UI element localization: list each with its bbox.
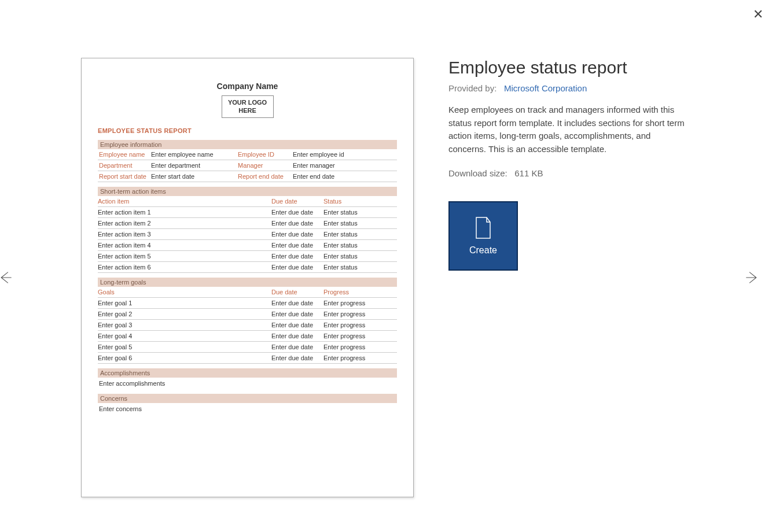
download-size-line: Download size: 611 KB [448,168,686,178]
table-cell: Enter goal 2 [98,309,271,320]
next-template-button[interactable] [741,266,764,289]
table-cell: Enter status [323,229,397,240]
table-cell: Enter due date [271,229,323,240]
info-value: Enter employee name [150,149,237,160]
info-value: Enter start date [150,171,237,182]
table-cell: Enter progress [323,331,397,342]
table-cell: Enter action item 2 [98,218,271,229]
preview-short-header: Short-term action items [98,187,397,196]
info-value: Enter department [150,160,237,171]
preview-short-table: Action itemDue dateStatusEnter action it… [98,196,397,273]
table-column-header: Due date [271,196,323,207]
info-label: Report end date [237,171,292,182]
info-label: Department [98,160,150,171]
table-cell: Enter due date [271,207,323,218]
table-cell: Enter action item 1 [98,207,271,218]
preview-con-text: Enter concerns [98,403,397,415]
table-cell: Enter action item 5 [98,251,271,262]
info-label: Manager [237,160,292,171]
info-value: Enter manager [292,160,397,171]
download-size-label: Download size: [448,168,507,178]
table-cell: Enter due date [271,251,323,262]
table-cell: Enter status [323,262,397,273]
table-cell: Enter due date [271,342,323,353]
template-description: Keep employees on track and managers inf… [448,104,686,156]
table-column-header: Goals [98,287,271,298]
preview-company-name: Company Name [98,82,397,91]
table-cell: Enter due date [271,353,323,364]
table-cell: Enter goal 6 [98,353,271,364]
table-cell: Enter status [323,251,397,262]
preview-info-header: Employee information [98,140,397,149]
table-cell: Enter goal 4 [98,331,271,342]
table-cell: Enter due date [271,298,323,309]
table-cell: Enter due date [271,331,323,342]
table-column-header: Action item [98,196,271,207]
template-title: Employee status report [448,58,686,77]
table-cell: Enter status [323,207,397,218]
table-cell: Enter due date [271,320,323,331]
download-size-value: 611 KB [514,168,543,178]
table-cell: Enter progress [323,342,397,353]
create-button[interactable]: Create [448,201,518,271]
info-value: Enter employee id [292,149,397,160]
template-preview-dialog: Company Name YOUR LOGO HERE EMPLOYEE STA… [81,58,686,497]
table-column-header: Due date [271,287,323,298]
info-label: Employee ID [237,149,292,160]
table-column-header: Status [323,196,397,207]
table-cell: Enter progress [323,309,397,320]
preview-acc-text: Enter accomplishments [98,378,397,389]
preview-acc-header: Accomplishments [98,368,397,378]
provided-by-line: Provided by: Microsoft Corporation [448,83,686,93]
preview-long-header: Long-term goals [98,278,397,287]
table-cell: Enter progress [323,320,397,331]
template-thumbnail: Company Name YOUR LOGO HERE EMPLOYEE STA… [81,58,414,497]
template-details-panel: Employee status report Provided by: Micr… [448,58,686,497]
table-cell: Enter action item 3 [98,229,271,240]
provided-by-label: Provided by: [448,83,497,93]
table-cell: Enter action item 6 [98,262,271,273]
table-cell: Enter goal 3 [98,320,271,331]
preview-long-table: GoalsDue dateProgressEnter goal 1Enter d… [98,287,397,364]
table-cell: Enter progress [323,298,397,309]
preview-report-title: EMPLOYEE STATUS REPORT [98,127,397,134]
table-column-header: Progress [323,287,397,298]
provider-link[interactable]: Microsoft Corporation [504,83,587,93]
table-cell: Enter status [323,218,397,229]
close-button[interactable]: ✕ [751,5,766,24]
table-cell: Enter due date [271,240,323,251]
preview-logo-placeholder: YOUR LOGO HERE [222,95,274,118]
info-label: Report start date [98,171,150,182]
info-value: Enter end date [292,171,397,182]
table-cell: Enter status [323,240,397,251]
table-cell: Enter due date [271,309,323,320]
table-cell: Enter due date [271,262,323,273]
table-cell: Enter progress [323,353,397,364]
preview-con-header: Concerns [98,394,397,403]
info-label: Employee name [98,149,150,160]
table-cell: Enter goal 5 [98,342,271,353]
document-icon [474,216,492,239]
table-cell: Enter due date [271,218,323,229]
table-cell: Enter goal 1 [98,298,271,309]
table-cell: Enter action item 4 [98,240,271,251]
previous-template-button[interactable] [0,266,16,289]
preview-info-grid: Employee nameEnter employee nameEmployee… [98,149,397,182]
create-button-label: Create [469,245,497,256]
